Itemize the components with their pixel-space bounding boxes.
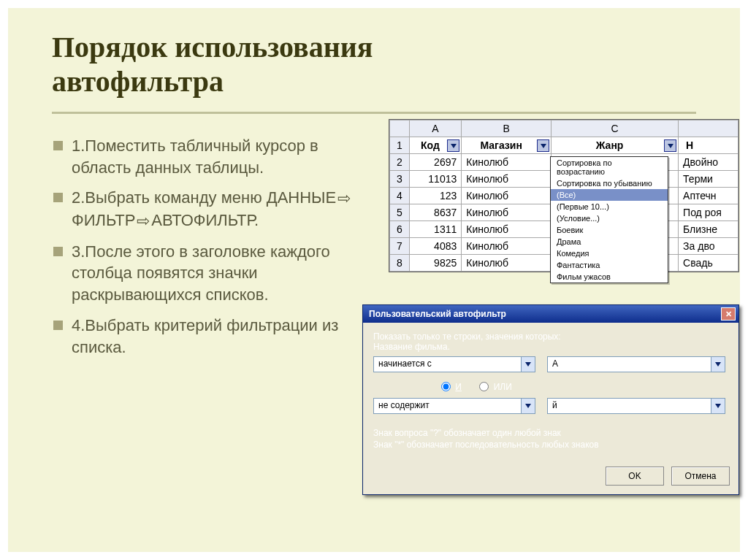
row-header[interactable]: 1	[390, 137, 410, 154]
value-combo-1[interactable]: А	[547, 356, 725, 372]
cancel-button[interactable]: Отмена	[671, 467, 730, 486]
bullet-icon	[53, 141, 63, 150]
cell[interactable]: Под роя	[679, 204, 739, 221]
column-header[interactable]: A	[409, 120, 462, 137]
dropdown-icon[interactable]	[664, 139, 676, 152]
cell[interactable]: 123	[409, 188, 462, 204]
operator-combo-2[interactable]: не содержит	[373, 398, 535, 414]
filter-header-genre[interactable]: Жанр	[552, 137, 679, 154]
filter-header-shop[interactable]: Магазин	[462, 137, 552, 154]
close-icon[interactable]: ✕	[721, 307, 736, 321]
row-header[interactable]: 2	[390, 154, 410, 171]
dropdown-icon[interactable]	[447, 139, 459, 152]
bullet-list: 1.Поместить табличный курсор в область д…	[53, 135, 360, 367]
column-header[interactable]: B	[462, 120, 552, 137]
title-line-1: Порядок использования	[52, 31, 373, 64]
cell[interactable]: Кинолюб	[462, 188, 552, 204]
filter-header-code[interactable]: Код	[409, 137, 462, 154]
radio-label: ИЛИ	[494, 382, 512, 392]
cell[interactable]: Кинолюб	[462, 255, 552, 272]
chevron-down-icon[interactable]	[711, 399, 725, 413]
svg-marker-3	[525, 362, 531, 367]
row-header[interactable]: 3	[390, 171, 410, 188]
title-underline	[52, 112, 696, 114]
slide-title: Порядок использования автофильтра	[8, 8, 740, 99]
arrow-icon: ⇨	[137, 210, 150, 232]
select-all-cell[interactable]	[390, 120, 410, 137]
dropdown-icon[interactable]	[537, 139, 549, 152]
cell[interactable]: Близне	[679, 221, 739, 238]
bullet-text: 3.После этого в заголовке каждого столбц…	[72, 241, 360, 306]
filter-option[interactable]: Сортировка по убыванию	[551, 177, 668, 189]
svg-marker-5	[525, 404, 531, 408]
radio-or-input[interactable]	[479, 382, 489, 391]
filter-option[interactable]: Драма	[551, 236, 668, 248]
cell[interactable]: Кинолюб	[462, 238, 552, 255]
column-header[interactable]	[679, 120, 739, 137]
filter-option[interactable]: (Условие...)	[551, 212, 668, 224]
list-item: 4.Выбрать критерий фильтрации из списка.	[53, 315, 360, 358]
list-item: 1.Поместить табличный курсор в область д…	[53, 135, 360, 178]
dialog-field-name: Название фильма.	[373, 342, 728, 352]
dialog-instruction: Показать только те строки, значения кото…	[373, 331, 728, 342]
autofilter-dropdown: Сортировка по возрастанию Сортировка по …	[550, 156, 668, 283]
svg-marker-1	[541, 144, 546, 148]
filter-option[interactable]: Комедия	[551, 248, 668, 259]
radio-and-input[interactable]	[441, 382, 451, 391]
header-label: Магазин	[480, 139, 522, 151]
cell[interactable]: 8637	[409, 204, 462, 221]
bullet-icon	[53, 321, 63, 330]
custom-autofilter-dialog: Пользовательский автофильтр ✕ Показать т…	[362, 304, 739, 495]
ok-button[interactable]: OK	[606, 467, 664, 486]
radio-label: И	[455, 382, 462, 392]
filter-option[interactable]: Боевик	[551, 224, 668, 236]
cell[interactable]: 4083	[409, 238, 462, 255]
cell[interactable]: 1311	[409, 221, 462, 238]
cell[interactable]: Кинолюб	[462, 204, 552, 221]
slide: Порядок использования автофильтра 1.Поме…	[8, 8, 740, 552]
radio-or[interactable]: ИЛИ	[476, 382, 511, 392]
cell[interactable]: Кинолюб	[462, 154, 552, 171]
row-header[interactable]: 5	[390, 204, 410, 221]
filter-option-selected[interactable]: (Все)	[551, 189, 668, 201]
dialog-hint: Знак "*" обозначает последовательность л…	[373, 439, 728, 450]
combo-value: начинается с	[378, 358, 432, 369]
cell[interactable]: Кинолюб	[462, 171, 552, 188]
cell[interactable]: Свадь	[679, 255, 739, 272]
filter-option[interactable]: (Первые 10...)	[551, 201, 668, 212]
bullet-icon	[53, 247, 63, 256]
row-header[interactable]: 6	[390, 221, 410, 238]
cell[interactable]: За дво	[679, 238, 739, 255]
cell[interactable]: 11013	[409, 171, 462, 188]
bullet-text: 1.Поместить табличный курсор в область д…	[72, 135, 360, 178]
chevron-down-icon[interactable]	[521, 357, 535, 372]
chevron-down-icon[interactable]	[521, 399, 535, 413]
cell[interactable]: Терми	[679, 171, 739, 188]
logic-radios: И ИЛИ	[438, 380, 728, 392]
column-header[interactable]: C	[552, 120, 679, 137]
chevron-down-icon[interactable]	[711, 357, 725, 372]
bullet-icon	[53, 193, 63, 202]
svg-marker-0	[451, 144, 457, 148]
combo-value: не содержит	[378, 400, 430, 410]
row-header[interactable]: 7	[390, 238, 410, 255]
cell[interactable]: Кинолюб	[462, 221, 552, 238]
cell[interactable]: 9825	[409, 255, 462, 272]
row-header[interactable]: 4	[390, 188, 410, 204]
title-line-2: автофильтра	[52, 65, 224, 98]
bullet-text: 2.Выбрать команду меню ДАННЫЕ⇨ФИЛЬТР⇨АВТ…	[72, 187, 360, 231]
filter-option[interactable]: Фантастика	[551, 259, 668, 271]
filter-option[interactable]: Сортировка по возрастанию	[551, 157, 668, 177]
value-combo-2[interactable]: й	[547, 398, 725, 414]
radio-and[interactable]: И	[438, 382, 464, 392]
cell[interactable]: Аптечн	[679, 188, 739, 204]
cell[interactable]: 2697	[409, 154, 462, 171]
operator-combo-1[interactable]: начинается с	[373, 356, 535, 372]
list-item: 2.Выбрать команду меню ДАННЫЕ⇨ФИЛЬТР⇨АВТ…	[53, 187, 360, 231]
filter-header-name[interactable]: Н	[679, 137, 739, 154]
filter-option[interactable]: Фильм ужасов	[551, 271, 668, 283]
dialog-titlebar[interactable]: Пользовательский автофильтр ✕	[363, 305, 739, 323]
row-header[interactable]: 8	[390, 255, 410, 272]
header-label: Жанр	[596, 139, 624, 151]
cell[interactable]: Двойно	[679, 154, 739, 171]
